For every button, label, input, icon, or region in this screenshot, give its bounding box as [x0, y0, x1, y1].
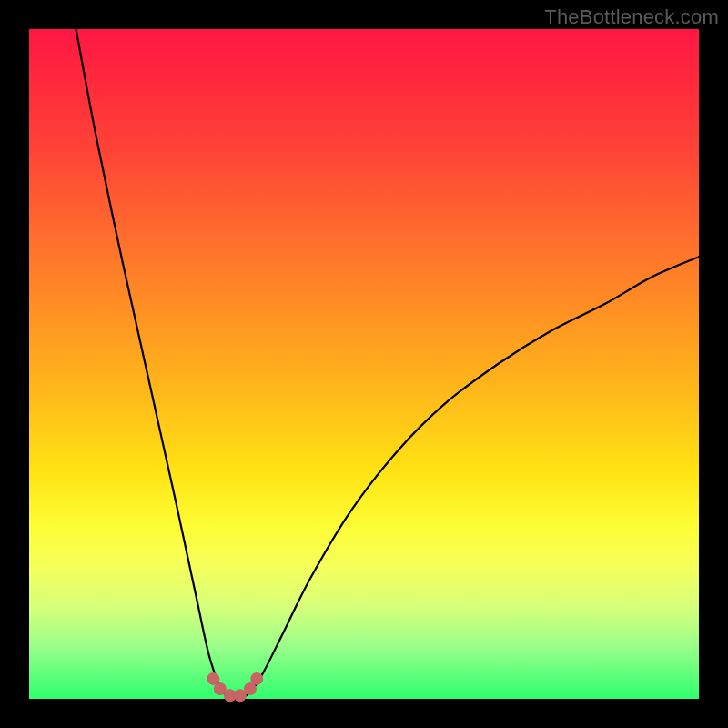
trough-dots: [207, 672, 263, 702]
chart-frame: TheBottleneck.com: [0, 0, 728, 728]
watermark-text: TheBottleneck.com: [544, 5, 719, 29]
trough-dot: [250, 672, 263, 685]
trough-dots-layer: [29, 29, 699, 699]
